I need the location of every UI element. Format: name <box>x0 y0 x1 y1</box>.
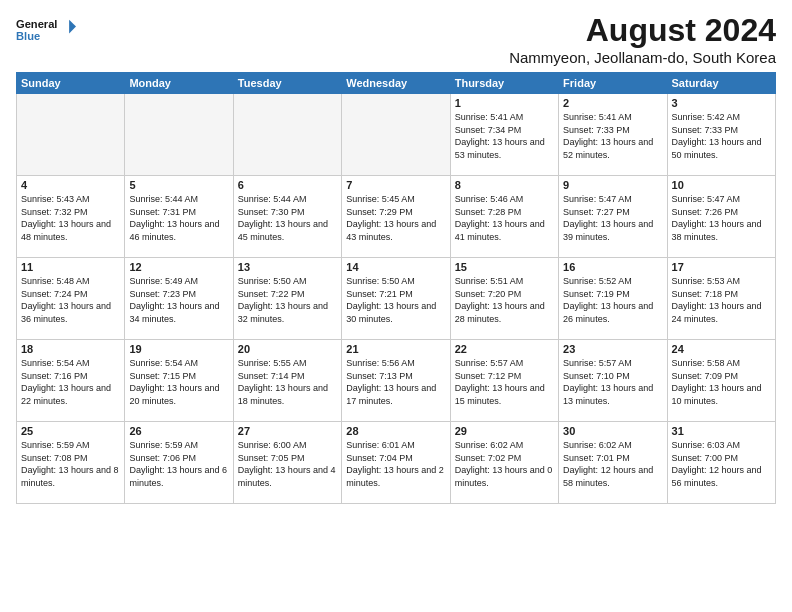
svg-text:Blue: Blue <box>16 30 40 42</box>
col-wednesday: Wednesday <box>342 73 450 94</box>
day-info: Sunrise: 5:53 AM Sunset: 7:18 PM Dayligh… <box>672 275 771 325</box>
main-title: August 2024 <box>509 12 776 49</box>
table-row: 10Sunrise: 5:47 AM Sunset: 7:26 PM Dayli… <box>667 176 775 258</box>
day-info: Sunrise: 5:44 AM Sunset: 7:31 PM Dayligh… <box>129 193 228 243</box>
table-row: 30Sunrise: 6:02 AM Sunset: 7:01 PM Dayli… <box>559 422 667 504</box>
svg-marker-2 <box>69 20 76 34</box>
table-row: 1Sunrise: 5:41 AM Sunset: 7:34 PM Daylig… <box>450 94 558 176</box>
day-number: 31 <box>672 425 771 437</box>
day-info: Sunrise: 5:59 AM Sunset: 7:06 PM Dayligh… <box>129 439 228 489</box>
table-row: 21Sunrise: 5:56 AM Sunset: 7:13 PM Dayli… <box>342 340 450 422</box>
col-saturday: Saturday <box>667 73 775 94</box>
day-info: Sunrise: 5:46 AM Sunset: 7:28 PM Dayligh… <box>455 193 554 243</box>
day-info: Sunrise: 5:47 AM Sunset: 7:26 PM Dayligh… <box>672 193 771 243</box>
calendar-table: Sunday Monday Tuesday Wednesday Thursday… <box>16 72 776 504</box>
table-row: 19Sunrise: 5:54 AM Sunset: 7:15 PM Dayli… <box>125 340 233 422</box>
day-number: 23 <box>563 343 662 355</box>
table-row: 11Sunrise: 5:48 AM Sunset: 7:24 PM Dayli… <box>17 258 125 340</box>
day-info: Sunrise: 5:52 AM Sunset: 7:19 PM Dayligh… <box>563 275 662 325</box>
table-row: 8Sunrise: 5:46 AM Sunset: 7:28 PM Daylig… <box>450 176 558 258</box>
day-number: 8 <box>455 179 554 191</box>
day-number: 2 <box>563 97 662 109</box>
calendar-week-row: 4Sunrise: 5:43 AM Sunset: 7:32 PM Daylig… <box>17 176 776 258</box>
day-number: 11 <box>21 261 120 273</box>
day-number: 4 <box>21 179 120 191</box>
day-info: Sunrise: 6:02 AM Sunset: 7:02 PM Dayligh… <box>455 439 554 489</box>
table-row: 3Sunrise: 5:42 AM Sunset: 7:33 PM Daylig… <box>667 94 775 176</box>
day-info: Sunrise: 5:50 AM Sunset: 7:21 PM Dayligh… <box>346 275 445 325</box>
day-number: 17 <box>672 261 771 273</box>
day-number: 19 <box>129 343 228 355</box>
day-number: 25 <box>21 425 120 437</box>
day-info: Sunrise: 5:57 AM Sunset: 7:12 PM Dayligh… <box>455 357 554 407</box>
day-number: 9 <box>563 179 662 191</box>
calendar-header-row: Sunday Monday Tuesday Wednesday Thursday… <box>17 73 776 94</box>
day-number: 13 <box>238 261 337 273</box>
table-row <box>125 94 233 176</box>
day-info: Sunrise: 5:48 AM Sunset: 7:24 PM Dayligh… <box>21 275 120 325</box>
day-info: Sunrise: 5:55 AM Sunset: 7:14 PM Dayligh… <box>238 357 337 407</box>
table-row: 31Sunrise: 6:03 AM Sunset: 7:00 PM Dayli… <box>667 422 775 504</box>
day-number: 16 <box>563 261 662 273</box>
table-row: 28Sunrise: 6:01 AM Sunset: 7:04 PM Dayli… <box>342 422 450 504</box>
day-info: Sunrise: 5:54 AM Sunset: 7:15 PM Dayligh… <box>129 357 228 407</box>
day-info: Sunrise: 5:56 AM Sunset: 7:13 PM Dayligh… <box>346 357 445 407</box>
page: General Blue August 2024 Nammyeon, Jeoll… <box>0 0 792 612</box>
header: General Blue August 2024 Nammyeon, Jeoll… <box>16 12 776 66</box>
day-info: Sunrise: 5:45 AM Sunset: 7:29 PM Dayligh… <box>346 193 445 243</box>
day-info: Sunrise: 5:41 AM Sunset: 7:33 PM Dayligh… <box>563 111 662 161</box>
day-info: Sunrise: 6:01 AM Sunset: 7:04 PM Dayligh… <box>346 439 445 489</box>
day-info: Sunrise: 6:00 AM Sunset: 7:05 PM Dayligh… <box>238 439 337 489</box>
table-row: 23Sunrise: 5:57 AM Sunset: 7:10 PM Dayli… <box>559 340 667 422</box>
calendar-week-row: 25Sunrise: 5:59 AM Sunset: 7:08 PM Dayli… <box>17 422 776 504</box>
table-row: 7Sunrise: 5:45 AM Sunset: 7:29 PM Daylig… <box>342 176 450 258</box>
table-row: 18Sunrise: 5:54 AM Sunset: 7:16 PM Dayli… <box>17 340 125 422</box>
day-info: Sunrise: 5:49 AM Sunset: 7:23 PM Dayligh… <box>129 275 228 325</box>
day-info: Sunrise: 5:42 AM Sunset: 7:33 PM Dayligh… <box>672 111 771 161</box>
title-block: August 2024 Nammyeon, Jeollanam-do, Sout… <box>509 12 776 66</box>
day-number: 26 <box>129 425 228 437</box>
col-monday: Monday <box>125 73 233 94</box>
table-row: 27Sunrise: 6:00 AM Sunset: 7:05 PM Dayli… <box>233 422 341 504</box>
table-row <box>342 94 450 176</box>
table-row: 29Sunrise: 6:02 AM Sunset: 7:02 PM Dayli… <box>450 422 558 504</box>
sub-title: Nammyeon, Jeollanam-do, South Korea <box>509 49 776 66</box>
day-info: Sunrise: 5:51 AM Sunset: 7:20 PM Dayligh… <box>455 275 554 325</box>
day-info: Sunrise: 5:43 AM Sunset: 7:32 PM Dayligh… <box>21 193 120 243</box>
col-thursday: Thursday <box>450 73 558 94</box>
day-info: Sunrise: 5:41 AM Sunset: 7:34 PM Dayligh… <box>455 111 554 161</box>
col-tuesday: Tuesday <box>233 73 341 94</box>
day-info: Sunrise: 5:47 AM Sunset: 7:27 PM Dayligh… <box>563 193 662 243</box>
logo: General Blue <box>16 12 76 48</box>
day-number: 14 <box>346 261 445 273</box>
day-number: 21 <box>346 343 445 355</box>
day-number: 12 <box>129 261 228 273</box>
table-row: 20Sunrise: 5:55 AM Sunset: 7:14 PM Dayli… <box>233 340 341 422</box>
day-number: 3 <box>672 97 771 109</box>
col-sunday: Sunday <box>17 73 125 94</box>
day-info: Sunrise: 6:02 AM Sunset: 7:01 PM Dayligh… <box>563 439 662 489</box>
col-friday: Friday <box>559 73 667 94</box>
table-row: 15Sunrise: 5:51 AM Sunset: 7:20 PM Dayli… <box>450 258 558 340</box>
table-row: 22Sunrise: 5:57 AM Sunset: 7:12 PM Dayli… <box>450 340 558 422</box>
day-info: Sunrise: 5:57 AM Sunset: 7:10 PM Dayligh… <box>563 357 662 407</box>
table-row: 4Sunrise: 5:43 AM Sunset: 7:32 PM Daylig… <box>17 176 125 258</box>
day-number: 5 <box>129 179 228 191</box>
table-row: 26Sunrise: 5:59 AM Sunset: 7:06 PM Dayli… <box>125 422 233 504</box>
logo-svg: General Blue <box>16 12 76 48</box>
table-row <box>17 94 125 176</box>
day-number: 15 <box>455 261 554 273</box>
day-number: 28 <box>346 425 445 437</box>
day-number: 29 <box>455 425 554 437</box>
day-info: Sunrise: 6:03 AM Sunset: 7:00 PM Dayligh… <box>672 439 771 489</box>
day-info: Sunrise: 5:54 AM Sunset: 7:16 PM Dayligh… <box>21 357 120 407</box>
table-row: 14Sunrise: 5:50 AM Sunset: 7:21 PM Dayli… <box>342 258 450 340</box>
day-number: 1 <box>455 97 554 109</box>
table-row: 5Sunrise: 5:44 AM Sunset: 7:31 PM Daylig… <box>125 176 233 258</box>
table-row: 2Sunrise: 5:41 AM Sunset: 7:33 PM Daylig… <box>559 94 667 176</box>
day-info: Sunrise: 5:44 AM Sunset: 7:30 PM Dayligh… <box>238 193 337 243</box>
calendar-week-row: 1Sunrise: 5:41 AM Sunset: 7:34 PM Daylig… <box>17 94 776 176</box>
day-number: 10 <box>672 179 771 191</box>
day-number: 18 <box>21 343 120 355</box>
table-row <box>233 94 341 176</box>
